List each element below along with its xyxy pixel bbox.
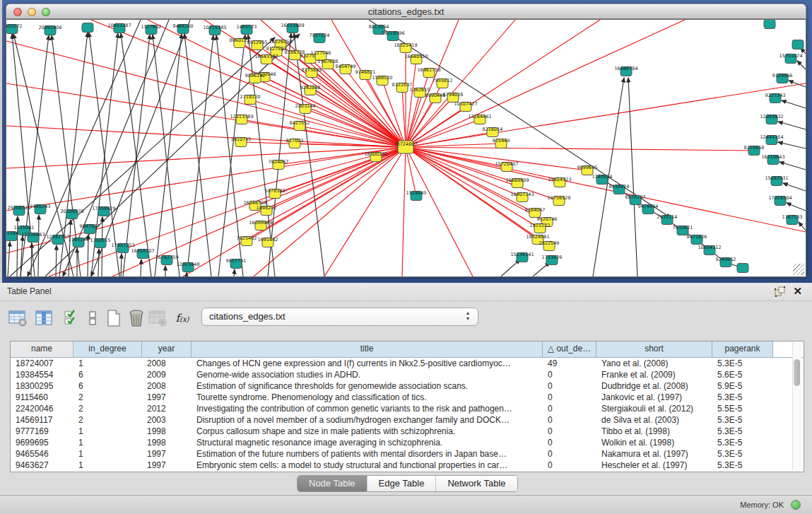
resize-grip-icon[interactable] bbox=[793, 264, 804, 275]
table-row[interactable]: 1938455462009Genome-wide association stu… bbox=[11, 369, 804, 380]
delete-entries-button[interactable] bbox=[126, 307, 147, 329]
graph-node[interactable] bbox=[82, 23, 93, 33]
table-cell: 1998 bbox=[142, 426, 192, 437]
graph-node-label: 10688609 bbox=[505, 177, 529, 183]
table-row[interactable]: 1830029562008Estimation of significance … bbox=[11, 380, 804, 392]
table-row[interactable]: 969969511998Structural magnetic resonanc… bbox=[11, 437, 804, 448]
table-row[interactable]: 946362711997Embryonic stem cells: a mode… bbox=[11, 460, 804, 471]
table-cell: 0 bbox=[543, 448, 596, 460]
table-cell: 9463627 bbox=[11, 460, 73, 471]
graph-node-label: 9227343 bbox=[765, 93, 786, 98]
graph-node-label: 18807243 bbox=[510, 192, 534, 197]
graph-node[interactable] bbox=[792, 40, 804, 49]
table-cell: Hescheler et al. (1997) bbox=[596, 460, 712, 471]
graph-node-label: 9899695 bbox=[577, 165, 598, 170]
graph-node-label: 16210643 bbox=[761, 154, 784, 160]
graph-node-label: 1498222 bbox=[257, 205, 277, 211]
column-header-title[interactable]: title bbox=[192, 341, 543, 357]
network-table-selector[interactable]: citations_edges.txt ▲▼ bbox=[201, 308, 478, 326]
select-rows-button[interactable] bbox=[61, 307, 82, 329]
table-scrollbar[interactable] bbox=[792, 342, 801, 470]
table-cell: 5.3E-5 bbox=[712, 437, 773, 448]
column-header-year[interactable]: year bbox=[142, 341, 192, 357]
tab-edge-table[interactable]: Edge Table bbox=[367, 476, 437, 491]
float-panel-icon[interactable] bbox=[775, 286, 785, 297]
table-cell: 1 bbox=[73, 426, 142, 437]
graph-node-label: 25206510 bbox=[7, 205, 30, 211]
table-row[interactable]: 977716911998Corpus callosum shape and si… bbox=[11, 426, 804, 437]
column-header-in_degree[interactable]: in_degree bbox=[73, 341, 142, 357]
table-row[interactable]: 2242004622012Investigating the contribut… bbox=[11, 403, 804, 414]
close-panel-icon[interactable]: ✕ bbox=[793, 285, 802, 298]
table-cell: 5.3E-5 bbox=[712, 414, 773, 426]
table-cell: Jankovic et al. (1997) bbox=[596, 392, 712, 403]
table-cell: Nakamura et al. (1997) bbox=[596, 448, 712, 460]
graph-node-label: 2935114 bbox=[657, 214, 678, 220]
table-row[interactable]: 1456911722003Disruption of a novel membe… bbox=[11, 414, 804, 426]
graph-node-label: 10719185 bbox=[203, 25, 226, 30]
graph-node-label: 1527602 bbox=[141, 24, 162, 30]
table-cell: 0 bbox=[543, 380, 596, 392]
table-row[interactable]: 1872400712008Changes of HCN gene express… bbox=[11, 358, 804, 369]
table-row[interactable]: 946554611997Estimation of the future num… bbox=[11, 448, 804, 460]
table-options-button[interactable] bbox=[7, 307, 28, 329]
graph-node-label: 9097587 bbox=[80, 223, 100, 229]
table-cell: 18724007 bbox=[11, 358, 73, 369]
graph-node-label: 1167533 bbox=[782, 214, 803, 220]
graph-node-label: 16958107 bbox=[131, 248, 154, 254]
delete-table-button[interactable] bbox=[147, 307, 168, 329]
graph-node-label: 19654923 bbox=[548, 177, 571, 182]
row-height-button[interactable] bbox=[82, 307, 103, 329]
scrollbar-thumb[interactable] bbox=[794, 359, 800, 386]
graph-node[interactable] bbox=[737, 264, 748, 273]
table-cell: Stergiakouli et al. (2012) bbox=[596, 403, 712, 414]
table-cell: 0 bbox=[543, 392, 596, 403]
show-columns-button[interactable] bbox=[34, 307, 55, 329]
table-cell: 2 bbox=[73, 403, 142, 414]
graph-node-label: 8216014 bbox=[483, 127, 503, 132]
graph-node-label: 1986243 bbox=[30, 204, 51, 209]
desktop-background: citations_edges.txt 24055722089140610653… bbox=[0, 0, 812, 283]
graph-node-label: 1127546 bbox=[311, 50, 331, 56]
table-cell: 1997 bbox=[142, 392, 192, 403]
column-header-short[interactable]: short bbox=[596, 341, 712, 357]
table-cell: 5.6E-5 bbox=[712, 369, 773, 380]
table-cell: 1 bbox=[73, 460, 142, 471]
tab-node-table[interactable]: Node Table bbox=[298, 476, 367, 491]
graph-node-label: 1733426 bbox=[542, 255, 563, 260]
graph-node[interactable] bbox=[764, 20, 775, 29]
column-header-name[interactable]: name bbox=[11, 341, 73, 357]
table-cell: 2 bbox=[73, 392, 142, 403]
memory-status-icon[interactable] bbox=[791, 500, 801, 510]
table-cell: 6 bbox=[73, 369, 142, 380]
column-header-out_de[interactable]: △ out_de… bbox=[543, 341, 596, 357]
graph-node-label: 9242848 bbox=[300, 85, 321, 90]
table-cell: 2 bbox=[73, 414, 142, 426]
function-builder-button[interactable]: f(x) bbox=[172, 307, 193, 329]
graph-node-label: 7857224 bbox=[310, 33, 330, 38]
table-cell: 5.9E-5 bbox=[712, 380, 773, 392]
graph-node-label: 13164461 bbox=[468, 114, 491, 119]
table-cell: 9465546 bbox=[11, 448, 73, 460]
network-canvas[interactable]: 2405572208914061065328715276028466160107… bbox=[6, 19, 806, 277]
table-cell: Dudbridge et al. (2008) bbox=[596, 380, 712, 392]
network-window: citations_edges.txt 24055722089140610653… bbox=[6, 4, 806, 276]
table-cell: 9699695 bbox=[11, 437, 73, 448]
table-cell: Changes of HCN gene expression and I(f) … bbox=[192, 358, 543, 369]
table-cell: 1997 bbox=[142, 448, 192, 460]
citation-network-graph[interactable]: 2405572208914061065328715276028466160107… bbox=[6, 20, 806, 276]
create-table-button[interactable] bbox=[103, 307, 124, 329]
network-window-titlebar[interactable]: citations_edges.txt bbox=[6, 4, 806, 19]
graph-node-label: 16648784 bbox=[614, 66, 637, 71]
table-cell: 9777169 bbox=[11, 426, 73, 437]
table-cell: Genome-wide association studies in ADHD. bbox=[192, 369, 543, 380]
table-row[interactable]: 911546021997Tourette syndrome. Phenomeno… bbox=[11, 392, 804, 403]
tab-network-table[interactable]: Network Table bbox=[436, 476, 517, 491]
table-cell: 2009 bbox=[142, 369, 192, 380]
graph-node-label: 9245652 bbox=[716, 257, 736, 262]
table-cell: 0 bbox=[543, 403, 596, 414]
column-header-pagerank[interactable]: pagerank bbox=[712, 341, 773, 357]
graph-node-label: 18226058 bbox=[269, 39, 292, 45]
table-cell: 18300295 bbox=[11, 380, 73, 392]
table-cell: 2008 bbox=[142, 358, 192, 369]
